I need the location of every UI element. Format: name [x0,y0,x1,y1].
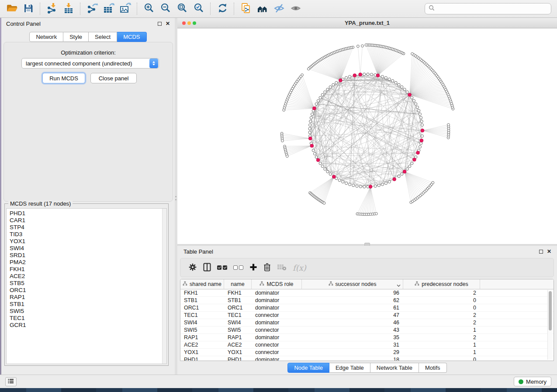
table-cell[interactable]: 35 [302,334,403,341]
tab-motifs[interactable]: Motifs [419,363,447,373]
table-row[interactable]: STB1STB1dominator620 [180,297,554,304]
network-node[interactable] [363,186,366,188]
column-header-mcds-role[interactable]: MCDS role [252,279,302,289]
create-column-button[interactable] [249,261,257,274]
tab-network[interactable]: Network [29,32,63,42]
network-node[interactable] [411,162,413,165]
table-row[interactable]: RAP1RAP1dominator352 [180,334,554,341]
mcds-hub-node[interactable] [339,79,343,82]
network-leaf-node[interactable] [365,44,367,46]
network-leaf-node[interactable] [357,45,360,48]
network-node[interactable] [419,145,421,148]
table-cell[interactable]: 1 [403,341,480,348]
network-node[interactable] [321,165,324,168]
network-node[interactable] [324,91,326,93]
zoom-fit-button[interactable] [174,1,190,16]
close-table-panel-icon[interactable]: ✕ [546,248,552,254]
table-cell[interactable]: STB1 [180,297,224,304]
mcds-result-item[interactable]: SWI5 [7,308,162,315]
network-node[interactable] [420,120,423,123]
zoom-selected-button[interactable] [190,1,207,16]
table-cell[interactable]: FKH1 [224,289,252,296]
column-header-shared-name[interactable]: shared name [180,279,224,289]
mcds-result-item[interactable]: PMA2 [7,259,162,266]
mcds-hub-node[interactable] [416,151,420,155]
table-cell[interactable]: connector [252,349,302,356]
mcds-hub-node[interactable] [393,178,396,181]
table-scrollbar[interactable] [547,290,553,360]
table-cell[interactable]: 0 [403,356,480,361]
network-node[interactable] [315,156,318,158]
network-node[interactable] [315,103,318,105]
network-node[interactable] [401,86,403,88]
table-cell[interactable]: 0 [403,297,480,304]
mcds-result-item[interactable]: PHD1 [7,210,162,217]
network-node[interactable] [309,124,311,126]
table-cell[interactable]: dominator [252,334,302,341]
network-leaf-node[interactable] [307,68,310,70]
mcds-result-item[interactable]: RAP1 [7,294,162,301]
network-canvas[interactable] [177,28,557,244]
export-table-button[interactable] [100,1,117,16]
table-cell[interactable]: connector [252,327,302,334]
tab-style[interactable]: Style [63,32,89,42]
close-panel-button[interactable]: Close panel [90,73,137,83]
network-node[interactable] [391,79,394,82]
network-titlebar[interactable]: YPA_prune.txt_1 [177,18,557,28]
table-cell[interactable]: SWI4 [180,319,224,326]
mcds-result-item[interactable]: SWI4 [7,245,162,252]
network-node[interactable] [388,78,391,80]
network-node[interactable] [308,127,311,130]
table-cell[interactable]: 31 [302,341,403,348]
table-row[interactable]: YOX1YOX1connector291 [180,349,554,356]
network-leaf-node[interactable] [283,109,285,111]
table-cell[interactable]: 2 [403,312,480,319]
network-node[interactable] [398,175,400,178]
network-node[interactable] [326,170,329,173]
table-cell[interactable]: ACE2 [180,341,224,348]
mcds-result-item[interactable]: STB1 [7,301,162,308]
import-table-button[interactable] [60,1,77,16]
run-mcds-button[interactable]: Run MCDS [42,73,85,83]
network-node[interactable] [329,173,332,175]
optimization-criterion-select[interactable]: largest connected component (undirected) [21,58,159,69]
network-node[interactable] [319,96,322,99]
network-node[interactable] [312,149,315,151]
table-cell[interactable]: TEC1 [180,312,224,319]
table-settings-button[interactable] [188,261,197,274]
tab-network-table[interactable]: Network Table [370,363,419,373]
network-node[interactable] [313,152,316,155]
network-node[interactable] [345,182,348,185]
export-image-button[interactable] [117,1,134,16]
table-cell[interactable]: 1 [403,327,480,334]
table-cell[interactable]: 2 [403,319,480,326]
show-columns-button[interactable] [203,261,211,274]
mcds-result-item[interactable]: TEC1 [7,315,162,322]
mcds-hub-node[interactable] [332,175,336,179]
network-leaf-node[interactable] [447,124,450,126]
network-leaf-node[interactable] [361,45,364,47]
network-leaf-node[interactable] [411,52,414,55]
network-node[interactable] [377,184,380,187]
network-node[interactable] [420,142,422,144]
network-node[interactable] [415,103,417,105]
delete-column-button[interactable] [263,261,271,274]
table-cell[interactable]: TEC1 [224,312,252,319]
table-row[interactable]: SWI4SWI4dominator462 [180,319,554,327]
network-node[interactable] [374,185,377,187]
table-cell[interactable]: 2 [403,334,480,341]
network-node[interactable] [416,106,419,109]
refresh-layout-button[interactable] [214,1,231,16]
table-cell[interactable]: PHD1 [180,356,224,361]
table-cell[interactable]: FKH1 [180,289,224,296]
table-cell[interactable]: 62 [302,297,403,304]
network-node[interactable] [348,75,351,78]
table-cell[interactable]: 1 [403,349,480,356]
network-node[interactable] [356,185,358,187]
table-cell[interactable]: SWI5 [180,327,224,334]
mcds-hub-node[interactable] [316,158,320,162]
network-node[interactable] [342,180,344,183]
mcds-hub-node[interactable] [353,74,356,77]
select-all-columns-button[interactable] [217,261,227,274]
mcds-result-item[interactable]: CAR1 [7,217,162,224]
